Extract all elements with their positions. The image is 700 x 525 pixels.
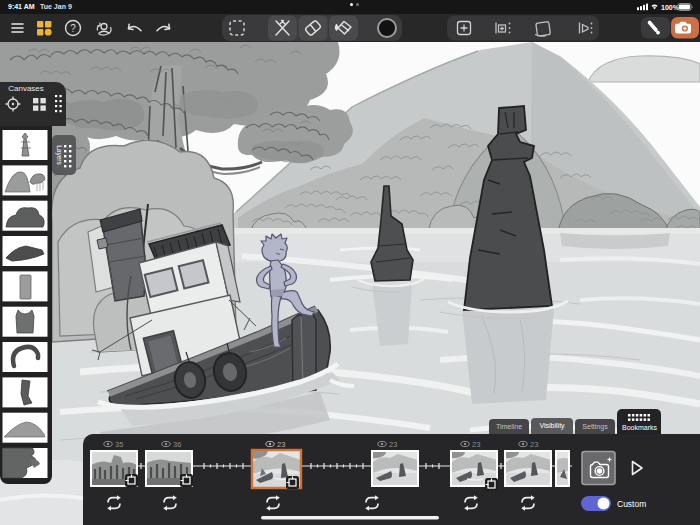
svg-text:36: 36	[173, 440, 181, 449]
svg-text:23: 23	[277, 440, 285, 449]
svg-text:35: 35	[115, 440, 123, 449]
svg-text:Custom: Custom	[617, 499, 646, 509]
svg-text:100%: 100%	[661, 4, 680, 11]
svg-text:Layers: Layers	[55, 145, 63, 165]
svg-text:23: 23	[530, 440, 538, 449]
svg-text:Bookmarks: Bookmarks	[622, 424, 658, 431]
svg-text:23: 23	[389, 440, 397, 449]
svg-text:?: ?	[70, 23, 76, 34]
svg-text:23: 23	[472, 440, 480, 449]
